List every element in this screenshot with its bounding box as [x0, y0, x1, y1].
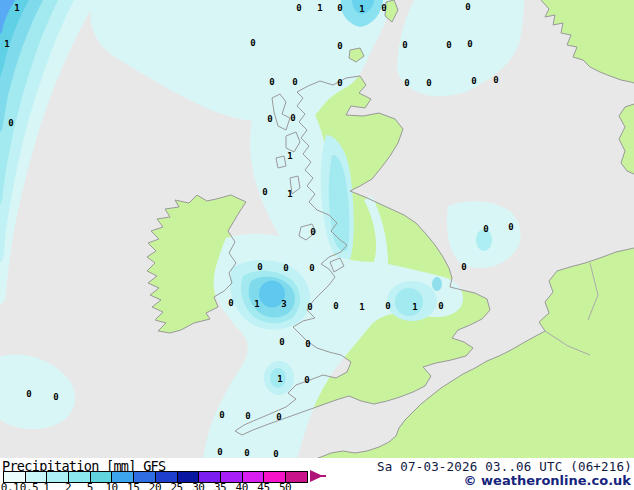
colorbar-tick-label: 5: [87, 481, 93, 490]
precip-value: 0: [269, 78, 274, 87]
precip-value: 0: [262, 188, 267, 197]
precip-value: 0: [381, 4, 386, 13]
colorbar-tick-label: 2: [65, 481, 71, 490]
colorbar-arrow-tail: [318, 475, 326, 477]
precip-value: 0: [279, 338, 284, 347]
precip-value: 0: [333, 302, 338, 311]
precip-value: 1: [359, 303, 364, 312]
precip-value: 1: [317, 4, 322, 13]
map-area: 1010100100000000000000010100000000130010…: [0, 0, 634, 458]
precip-value: 0: [404, 79, 409, 88]
colorbar-tick-label: 15: [127, 481, 139, 490]
precip-value: 0: [257, 263, 262, 272]
precip-value: 0: [438, 302, 443, 311]
precip-value: 1: [412, 303, 417, 312]
precip-value: 0: [307, 303, 312, 312]
precip-value: 0: [493, 76, 498, 85]
precip-value: 0: [426, 79, 431, 88]
copyright-text: © weatheronline.co.uk: [464, 473, 631, 488]
precip-value: 1: [254, 300, 259, 309]
precip-value: 0: [290, 114, 295, 123]
precip-value: 0: [446, 41, 451, 50]
precip-value: 1: [14, 4, 19, 13]
precip-value-layer: 1010100100000000000000010100000000130010…: [0, 0, 634, 458]
precip-value: 0: [276, 413, 281, 422]
precip-value: 0: [465, 3, 470, 12]
precip-value: 0: [219, 411, 224, 420]
legend-bar: Precipitation [mm] GFS 0.10.512510152025…: [0, 458, 634, 490]
precip-value: 0: [461, 263, 466, 272]
precip-value: 0: [337, 42, 342, 51]
precip-value: 0: [8, 119, 13, 128]
colorbar-tick-label: 1: [43, 481, 49, 490]
precip-value: 0: [217, 448, 222, 457]
weather-map-page: 1010100100000000000000010100000000130010…: [0, 0, 634, 490]
precip-value: 1: [359, 5, 364, 14]
precip-value: 0: [310, 228, 315, 237]
precip-value: 1: [287, 190, 292, 199]
colorbar-tick-label: 30: [192, 481, 204, 490]
colorbar-tick-label: 40: [236, 481, 248, 490]
precip-value: 0: [292, 78, 297, 87]
precip-value: 0: [304, 376, 309, 385]
colorbar-tick-label: 25: [170, 481, 182, 490]
precip-value: 0: [309, 264, 314, 273]
forecast-datetime: Sa 07-03-2026 03..06 UTC (06+216): [377, 459, 632, 474]
colorbar-tick-label: 35: [214, 481, 226, 490]
precip-value: 0: [26, 390, 31, 399]
colorbar-tick-label: 0.5: [20, 481, 38, 490]
precip-value: 1: [287, 152, 292, 161]
precip-value: 0: [245, 412, 250, 421]
precip-value: 0: [228, 299, 233, 308]
precip-value: 0: [250, 39, 255, 48]
precip-value: 0: [467, 40, 472, 49]
precip-value: 0: [53, 393, 58, 402]
precip-value: 0: [337, 79, 342, 88]
precip-value: 1: [277, 375, 282, 384]
precip-value: 0: [267, 115, 272, 124]
precip-value: 0: [337, 4, 342, 13]
colorbar-tick-label: 0.1: [1, 481, 19, 490]
colorbar-tick-label: 50: [279, 481, 291, 490]
precip-value: 1: [4, 40, 9, 49]
precip-value: 0: [508, 223, 513, 232]
colorbar-tick-label: 20: [149, 481, 161, 490]
precip-value: 0: [483, 225, 488, 234]
precip-value: 0: [244, 449, 249, 458]
colorbar-tick-label: 10: [105, 481, 117, 490]
precip-value: 0: [305, 340, 310, 349]
precip-value: 0: [402, 41, 407, 50]
precip-value: 0: [283, 264, 288, 273]
precip-value: 0: [385, 302, 390, 311]
colorbar-tick-label: 45: [257, 481, 269, 490]
precip-value: 0: [471, 77, 476, 86]
precip-value: 3: [281, 300, 286, 309]
precip-value: 0: [296, 4, 301, 13]
